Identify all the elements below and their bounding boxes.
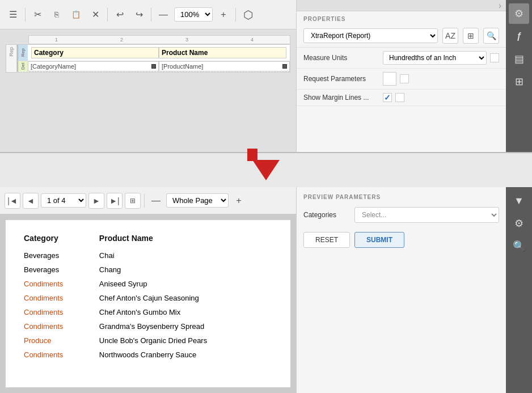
product-cell: Chef Anton's Gumbo Mix — [95, 305, 277, 319]
sidebar-function-icon[interactable]: ƒ — [509, 26, 529, 47]
divider-4 — [235, 8, 236, 22]
field-handle-1[interactable] — [151, 64, 156, 69]
divider-3 — [151, 8, 151, 22]
page-header-band: Rep Category Product Name — [18, 45, 290, 61]
preview-zoom-selector[interactable]: Whole Page 100% 75% — [166, 193, 229, 208]
product-cell: Northwoods Cranberry Sauce — [95, 348, 277, 362]
product-cell: Chef Anton's Cajun Seasoning — [95, 291, 277, 305]
preview-zoom-in[interactable]: + — [231, 193, 247, 209]
request-params-row: Request Parameters — [297, 69, 506, 90]
categories-row: Categories Select... — [303, 207, 499, 223]
page-selector[interactable]: 1 of 4 2 of 4 3 of 4 4 of 4 — [41, 193, 86, 208]
product-cell: Aniseed Syrup — [95, 277, 277, 291]
measure-units-label: Measure Units — [303, 54, 383, 62]
preview-panel-title: PREVIEW PARAMETERS — [303, 194, 499, 200]
undo-button[interactable]: ↩ — [111, 6, 128, 23]
ruler-vertical: Rep — [6, 44, 17, 73]
prev-page-btn[interactable]: ◄ — [23, 193, 39, 209]
measure-units-checkbox[interactable] — [490, 53, 499, 62]
product-column-header: Product Name — [95, 231, 277, 248]
table-row: CondimentsNorthwoods Cranberry Sauce — [19, 348, 277, 362]
category-field[interactable]: [CategoryName] — [28, 61, 159, 71]
product-name-header: Product Name — [159, 47, 286, 58]
properties-title: PROPERTIES — [297, 11, 506, 24]
copy-button[interactable]: ⎘ — [48, 6, 65, 23]
table-row: CondimentsGrandma's Boysenberry Spread — [19, 319, 277, 333]
preview-table: Category Product Name BeveragesChaiBever… — [19, 231, 277, 362]
first-page-btn[interactable]: |◄ — [5, 193, 20, 209]
product-cell: Grandma's Boysenberry Spread — [95, 319, 277, 333]
report-area: Rep Category Product Name Det [Ca — [17, 44, 290, 73]
redo-button[interactable]: ↪ — [130, 6, 147, 23]
expand-bar: › — [297, 0, 506, 11]
paste-button[interactable]: 📋 — [67, 6, 85, 23]
show-margin-value: ✓ — [383, 93, 499, 102]
page-header-label: Rep — [18, 45, 28, 61]
action-buttons: RESET SUBMIT — [303, 232, 499, 248]
sidebar-gear-icon[interactable]: ⚙ — [509, 3, 529, 24]
last-page-btn[interactable]: ►| — [107, 193, 123, 209]
reset-button[interactable]: RESET — [303, 232, 350, 248]
column-headers: Category Product Name — [28, 45, 290, 61]
sidebar-gear-icon-2[interactable]: ⚙ — [509, 213, 529, 234]
category-cell: Condiments — [19, 277, 95, 291]
report-type-row: XtraReport (Report) AZ ⊞ 🔍 — [297, 24, 506, 48]
request-params-colorbox[interactable] — [383, 72, 396, 86]
show-margin-checkbox-2[interactable] — [395, 93, 404, 102]
design-toolbar: ☰ ✂ ⎘ 📋 ✕ ↩ ↪ — 100% 75% 150% + ⬡ — [0, 0, 296, 29]
expand-icon[interactable]: › — [499, 1, 501, 11]
categories-label: Categories — [303, 211, 349, 219]
measure-units-row: Measure Units Hundredths of an Inch Mill… — [297, 48, 506, 69]
sidebar-search-icon[interactable]: 🔍 — [509, 236, 529, 256]
request-params-label: Request Parameters — [303, 75, 383, 83]
detail-band: Det [CategoryName] [ProductName] — [18, 61, 290, 72]
show-margin-checkbox-checked[interactable]: ✓ — [383, 93, 392, 102]
product-field[interactable]: [ProductName] — [159, 61, 290, 71]
sidebar-hierarchy-icon[interactable]: ⊞ — [509, 71, 529, 92]
measure-units-value: Hundredths of an Inch Millimeters — [383, 51, 499, 65]
report-type-selector[interactable]: XtraReport (Report) — [303, 28, 438, 43]
more-button[interactable]: ⬡ — [239, 6, 256, 23]
sidebar-layers-icon[interactable]: ▤ — [509, 49, 529, 69]
table-row: BeveragesChang — [19, 263, 277, 277]
menu-button[interactable]: ☰ — [5, 6, 22, 23]
field-handle-2[interactable] — [282, 64, 287, 69]
ruler-horizontal: 1 2 3 4 — [28, 35, 290, 44]
category-column-header: Category — [19, 231, 95, 248]
grid-icon-btn[interactable]: ⊞ — [463, 28, 479, 44]
divider-2 — [107, 8, 108, 22]
divider-1 — [25, 8, 26, 22]
categories-selector[interactable]: Select... — [354, 207, 499, 223]
table-row: CondimentsChef Anton's Gumbo Mix — [19, 305, 277, 319]
category-cell: Produce — [19, 333, 95, 348]
search-icon-btn[interactable]: 🔍 — [483, 28, 499, 44]
zoom-selector[interactable]: 100% 75% 150% — [174, 7, 213, 22]
preview-divider — [144, 194, 145, 208]
request-params-value — [383, 72, 499, 86]
preview-parameters-panel: PREVIEW PARAMETERS Categories Select... … — [296, 187, 506, 393]
sidebar-bottom: ▼ ⚙ 🔍 — [506, 187, 532, 393]
detail-label: Det — [18, 61, 28, 71]
table-row: ProduceUncle Bob's Organic Dried Pears — [19, 333, 277, 348]
multi-page-btn[interactable]: ⊞ — [125, 193, 141, 209]
category-cell: Condiments — [19, 291, 95, 305]
search-icon: 🔍 — [487, 31, 496, 40]
report-preview: Category Product Name BeveragesChaiBever… — [6, 220, 290, 387]
request-params-checkbox[interactable] — [400, 74, 409, 83]
grid-icon: ⊞ — [467, 31, 474, 40]
sidebar-filter-icon[interactable]: ▼ — [509, 191, 529, 211]
cut-button[interactable]: ✂ — [29, 6, 46, 23]
product-cell: Uncle Bob's Organic Dried Pears — [95, 333, 277, 348]
zoom-in-button[interactable]: + — [215, 6, 232, 23]
zoom-out-button[interactable]: — — [155, 6, 172, 23]
properties-panel: › PROPERTIES XtraReport (Report) AZ ⊞ 🔍 … — [296, 0, 506, 152]
table-row: BeveragesChai — [19, 248, 277, 263]
delete-button[interactable]: ✕ — [87, 6, 104, 23]
preview-zoom-out[interactable]: — — [148, 193, 164, 209]
category-cell: Beverages — [19, 263, 95, 277]
next-page-btn[interactable]: ► — [88, 193, 104, 209]
sort-icon-btn[interactable]: AZ — [442, 28, 458, 44]
measure-units-selector[interactable]: Hundredths of an Inch Millimeters — [383, 51, 487, 65]
submit-button[interactable]: SUBMIT — [354, 232, 404, 248]
category-cell: Beverages — [19, 248, 95, 263]
